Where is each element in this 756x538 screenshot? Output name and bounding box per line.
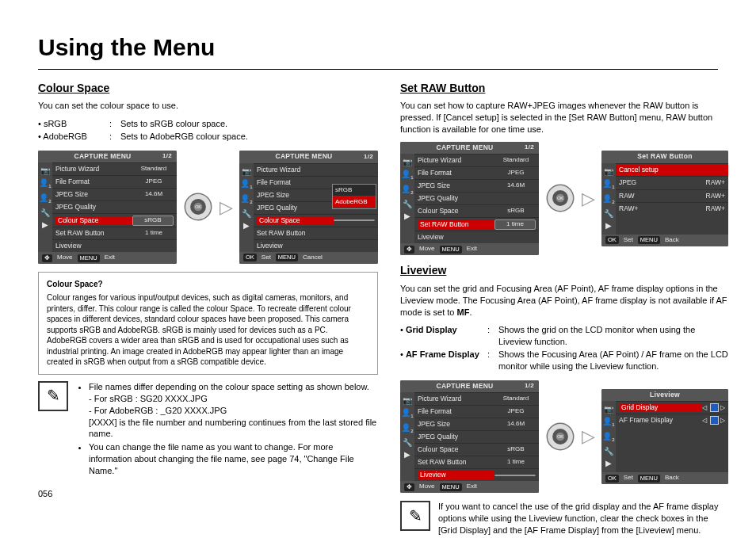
- menu-row: Liveview: [52, 239, 177, 252]
- menu-row-label: JPEG Quality: [257, 204, 335, 212]
- play-icon: ▶: [239, 220, 254, 231]
- pencil-note-icon: ✎: [400, 501, 430, 531]
- menu-row-label: Colour Space: [418, 445, 496, 454]
- foot-set: Set: [624, 474, 633, 483]
- menu-row-label: Picture Wizard: [257, 166, 335, 174]
- liveview-heading: Liveview: [400, 263, 728, 278]
- menu-row-label: JPEG Size: [418, 420, 496, 429]
- foot-set: Set: [624, 236, 633, 245]
- note-sub: - For AdobeRGB : _G20 XXXX.JPG: [89, 405, 378, 417]
- def-term: • AdobeRGB: [38, 131, 109, 143]
- svg-text:OK: OK: [195, 205, 201, 210]
- menu-row: JPEG Size14.6M: [52, 188, 177, 200]
- menu-row-value: 1 time: [496, 458, 536, 467]
- wrench-icon: 🔧: [239, 208, 254, 219]
- menu-btn-icon: MENU: [440, 246, 462, 254]
- menu-row: Picture WizardStandard: [52, 162, 177, 175]
- menu-row: Set RAW Button1 time: [414, 217, 539, 231]
- menu-row-value: sRGB: [496, 445, 536, 454]
- colour-space-intro: You can set the colour space to use.: [38, 100, 378, 112]
- submenu-title: Liveview: [606, 391, 724, 399]
- menu-row-value: Standard: [496, 395, 536, 403]
- capture-menu-raw: CAPTURE MENU 1/2 📷👤1👤2🔧▶ Picture WizardS…: [400, 142, 539, 255]
- arrow-right-icon: ▷: [582, 425, 595, 448]
- menu-btn-icon: MENU: [78, 254, 100, 262]
- menu-row: JPEG Quality: [52, 200, 177, 213]
- liveview-intro: You can set the grid and Focusing Area (…: [400, 283, 728, 319]
- foot-cancel: Cancel: [303, 254, 323, 262]
- menu-title: CAPTURE MENU: [244, 152, 364, 161]
- menu-row: Picture WizardStandard: [414, 154, 539, 166]
- arrow-right-icon: ▷: [582, 187, 595, 211]
- menu-row-label: File Format: [418, 169, 496, 177]
- menu-row-value: 1 time: [494, 219, 536, 230]
- submenu-row: RAWRAW+: [616, 189, 728, 202]
- menu-row: Colour SpacesRGB: [414, 204, 539, 217]
- menu-row-label: Liveview: [55, 242, 134, 250]
- def-colon: :: [109, 118, 120, 130]
- submenu-row: Cancel setup: [616, 163, 728, 176]
- menu-row: Colour Space: [254, 214, 378, 227]
- menu-row-value: [334, 219, 375, 221]
- menu-row-value: 1 time: [134, 229, 174, 238]
- menu-row-label: JPEG Size: [418, 181, 496, 190]
- menu-row: Set RAW Button: [254, 227, 378, 239]
- foot-exit: Exit: [467, 483, 477, 491]
- menu-row: JPEG Quality: [414, 192, 539, 204]
- title-rule: [38, 69, 718, 70]
- foot-back: Back: [665, 236, 679, 245]
- pencil-note-icon: ✎: [38, 381, 68, 411]
- menu-row-value: JPEG: [496, 407, 536, 416]
- colour-space-heading: Colour Space: [38, 81, 378, 96]
- menu-row: Liveview: [254, 239, 378, 252]
- ok-btn-icon: OK: [605, 475, 619, 483]
- menu-row: File FormatJPEG: [52, 175, 177, 188]
- menu-row-value: 14.6M: [134, 190, 174, 199]
- menu-row-label: Grid Display: [619, 403, 702, 412]
- wrench-icon: 🔧: [38, 208, 52, 219]
- menu-row-value: JPEG: [134, 177, 174, 186]
- menu-page: 1/2: [525, 143, 534, 152]
- def-desc: Sets to AdobeRGB colour space.: [120, 131, 378, 143]
- menu-row-value: [494, 475, 536, 476]
- play-icon: ▶: [38, 219, 52, 231]
- menu-row-value: 14.6M: [496, 181, 536, 190]
- menu-row-label: Set RAW Button: [418, 458, 496, 467]
- ok-btn-icon: OK: [243, 254, 257, 261]
- colour-space-info-box: Colour Space? Colour ranges for various …: [38, 272, 378, 375]
- note-sub: - For sRGB : SG20 XXXX.JPG: [89, 393, 378, 405]
- def-desc: Shows the grid on the LCD monitor when u…: [498, 324, 728, 348]
- nav-arrows-icon: ✥: [404, 246, 414, 254]
- set-raw-heading: Set RAW Button: [400, 81, 728, 96]
- menu-row: JPEG Size14.6M: [414, 179, 539, 192]
- menu-row-label: File Format: [257, 178, 335, 187]
- def-desc: Sets to sRGB colour space.: [120, 118, 378, 130]
- menu-page: 1/2: [364, 153, 373, 162]
- def-colon: :: [487, 349, 498, 372]
- info-box-text: Colour ranges for various input/output d…: [47, 292, 369, 368]
- svg-text:OK: OK: [557, 434, 563, 439]
- def-term: • Grid Display: [400, 324, 487, 348]
- arrow-right-icon: ▷: [220, 196, 233, 219]
- menu-row-label: JPEG Quality: [418, 433, 496, 441]
- colour-space-note: File names differ depending on the colou…: [76, 381, 378, 479]
- menu-row-label: Colour Space: [257, 216, 334, 225]
- menu-btn-icon: MENU: [638, 236, 660, 244]
- person-icon: 👤1: [38, 177, 52, 192]
- page-number: 056: [38, 488, 378, 500]
- foot-set: Set: [262, 254, 271, 262]
- right-column: Set RAW Button You can set how to captur…: [400, 81, 728, 539]
- page-title: Using the Menu: [38, 32, 718, 64]
- menu-row: Set RAW Button1 time: [414, 456, 539, 468]
- menu-row-label: File Format: [55, 177, 134, 186]
- submenu-row: JPEGRAW+: [616, 176, 728, 189]
- menu-row: Picture WizardStandard: [414, 392, 539, 405]
- menu-row-label: AF Frame Display: [619, 416, 702, 425]
- capture-menu-colour-1: CAPTURE MENU 1/2 📷 👤1 👤2 🔧 ▶ Picture Wiz…: [38, 151, 177, 264]
- nav-arrows-icon: ✥: [42, 254, 52, 262]
- liveview-note: If you want to cancel the use of the gri…: [438, 501, 728, 536]
- submenu-title: Set RAW Button: [606, 152, 724, 161]
- menu-btn-icon: MENU: [440, 483, 462, 491]
- menu-row-label: JPEG Size: [55, 190, 134, 199]
- nav-arrows-icon: ✥: [404, 483, 414, 491]
